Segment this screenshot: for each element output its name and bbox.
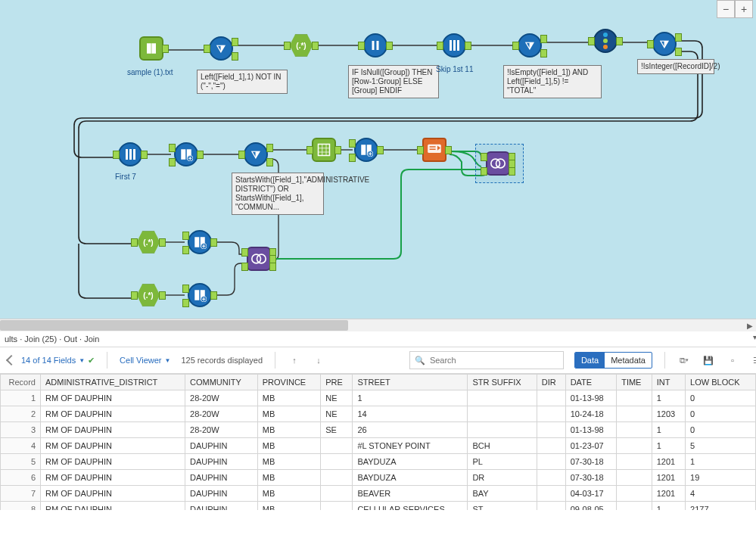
table-cell[interactable]: 1: [686, 454, 756, 470]
table-cell[interactable]: 1: [353, 390, 468, 406]
new-window-icon[interactable]: ▫: [726, 353, 739, 367]
crosstab-tool[interactable]: [312, 138, 336, 162]
column-header[interactable]: LOW BLOCK: [686, 375, 756, 390]
table-cell[interactable]: [321, 486, 353, 502]
table-cell[interactable]: CELLULAR SERVICES: [353, 502, 468, 511]
table-cell[interactable]: RM OF DAUPHIN: [41, 486, 185, 502]
table-cell[interactable]: 14: [353, 406, 468, 422]
table-cell[interactable]: [537, 438, 565, 454]
table-cell[interactable]: [537, 406, 565, 422]
table-cell[interactable]: MB: [257, 502, 320, 511]
table-row[interactable]: 7RM OF DAUPHINDAUPHINMBBEAVERBAY04-03-17…: [1, 486, 756, 502]
canvas-horizontal-scrollbar[interactable]: ▶: [0, 319, 756, 331]
table-cell[interactable]: [537, 502, 565, 511]
table-cell[interactable]: 09-08-05: [565, 502, 617, 511]
table-cell[interactable]: 1: [652, 422, 685, 438]
table-cell[interactable]: 0: [686, 406, 756, 422]
table-cell[interactable]: 26: [353, 422, 468, 438]
table-cell[interactable]: [537, 422, 565, 438]
table-cell[interactable]: [537, 470, 565, 486]
table-cell[interactable]: RM OF DAUPHIN: [41, 454, 185, 470]
table-row[interactable]: 5RM OF DAUPHINDAUPHINMBBAYDUZAPL07-30-18…: [1, 454, 756, 470]
copy-icon[interactable]: ⧉▾: [677, 353, 691, 367]
fields-dropdown[interactable]: 14 of 14 Fields ▼ ✔: [21, 356, 95, 365]
table-cell[interactable]: DR: [468, 470, 537, 486]
column-header[interactable]: DIR: [537, 375, 565, 390]
column-header[interactable]: DATE: [565, 375, 617, 390]
expand-left-icon[interactable]: [6, 355, 17, 365]
formula-tool-2[interactable]: (.*): [136, 230, 160, 254]
table-cell[interactable]: [321, 502, 353, 511]
join-tool-selected[interactable]: [486, 151, 510, 176]
table-cell[interactable]: [617, 406, 652, 422]
select-tool-first7[interactable]: [118, 142, 142, 166]
text-input-tool[interactable]: [139, 36, 163, 61]
table-cell[interactable]: 28-20W: [185, 390, 258, 406]
table-cell[interactable]: DAUPHIN: [185, 438, 258, 454]
table-cell[interactable]: 5: [1, 454, 41, 470]
list-icon[interactable]: ☰: [750, 353, 756, 367]
table-cell[interactable]: 1: [652, 438, 685, 454]
table-cell[interactable]: 28-20W: [185, 406, 258, 422]
table-cell[interactable]: RM OF DAUPHIN: [41, 390, 185, 406]
column-header[interactable]: STR SUFFIX: [468, 375, 537, 390]
table-cell[interactable]: #L STONEY POINT: [353, 438, 468, 454]
table-cell[interactable]: [537, 486, 565, 502]
data-tab[interactable]: Data: [575, 353, 605, 368]
table-cell[interactable]: 7: [1, 486, 41, 502]
table-cell[interactable]: [537, 454, 565, 470]
table-cell[interactable]: [617, 390, 652, 406]
append-fields-tool-2[interactable]: [354, 138, 378, 162]
table-cell[interactable]: 1: [652, 390, 685, 406]
search-input[interactable]: [428, 355, 552, 365]
arrow-up-icon[interactable]: ↑: [288, 353, 301, 367]
table-cell[interactable]: 07-30-18: [565, 454, 617, 470]
table-cell[interactable]: NE: [321, 406, 353, 422]
table-cell[interactable]: ST: [468, 502, 537, 511]
table-cell[interactable]: [321, 454, 353, 470]
table-cell[interactable]: 04-03-17: [565, 486, 617, 502]
table-cell[interactable]: BAY: [468, 486, 537, 502]
table-cell[interactable]: BAYDUZA: [353, 454, 468, 470]
table-cell[interactable]: 4: [686, 486, 756, 502]
table-cell[interactable]: 6: [1, 470, 41, 486]
table-cell[interactable]: [321, 470, 353, 486]
table-cell[interactable]: 07-30-18: [565, 470, 617, 486]
select-tool-skip11[interactable]: [442, 33, 466, 58]
scroll-right-arrow[interactable]: ▶: [744, 319, 756, 331]
join-tool-2[interactable]: [247, 247, 271, 271]
filter-tool-2[interactable]: ⧩: [518, 33, 542, 58]
search-box[interactable]: 🔍: [409, 351, 564, 369]
table-cell[interactable]: 01-13-98: [565, 390, 617, 406]
table-row[interactable]: 2RM OF DAUPHIN28-20WMBNE1410-24-1812030: [1, 406, 756, 422]
append-fields-tool-3[interactable]: [188, 230, 212, 254]
workflow-canvas[interactable]: − +: [0, 0, 756, 319]
table-row[interactable]: 4RM OF DAUPHINDAUPHINMB#L STONEY POINTBC…: [1, 438, 756, 454]
results-grid[interactable]: RecordADMINISTRATIVE_DISTRICTCOMMUNITYPR…: [0, 374, 756, 510]
table-cell[interactable]: DAUPHIN: [185, 486, 258, 502]
table-cell[interactable]: RM OF DAUPHIN: [41, 502, 185, 511]
table-cell[interactable]: MB: [257, 470, 320, 486]
data-metadata-toggle[interactable]: Data Metadata: [574, 352, 652, 369]
table-cell[interactable]: BCH: [468, 438, 537, 454]
table-cell[interactable]: SE: [321, 422, 353, 438]
column-header[interactable]: STREET: [353, 375, 468, 390]
macro-tool[interactable]: [422, 138, 446, 162]
column-header[interactable]: Record: [1, 375, 41, 390]
table-cell[interactable]: 10-24-18: [565, 406, 617, 422]
filter-tool-4[interactable]: ⧩: [244, 142, 268, 166]
formula-tool-3[interactable]: (.*): [136, 283, 160, 307]
table-cell[interactable]: DAUPHIN: [185, 470, 258, 486]
table-cell[interactable]: 1: [652, 502, 685, 511]
table-row[interactable]: 3RM OF DAUPHIN28-20WMBSE2601-13-9810: [1, 422, 756, 438]
table-cell[interactable]: MB: [257, 406, 320, 422]
table-cell[interactable]: [617, 470, 652, 486]
table-cell[interactable]: [617, 502, 652, 511]
table-cell[interactable]: BEAVER: [353, 486, 468, 502]
table-row[interactable]: 6RM OF DAUPHINDAUPHINMBBAYDUZADR07-30-18…: [1, 470, 756, 486]
table-cell[interactable]: BAYDUZA: [353, 470, 468, 486]
table-cell[interactable]: [468, 422, 537, 438]
table-cell[interactable]: RM OF DAUPHIN: [41, 422, 185, 438]
table-cell[interactable]: MB: [257, 454, 320, 470]
table-cell[interactable]: [617, 438, 652, 454]
